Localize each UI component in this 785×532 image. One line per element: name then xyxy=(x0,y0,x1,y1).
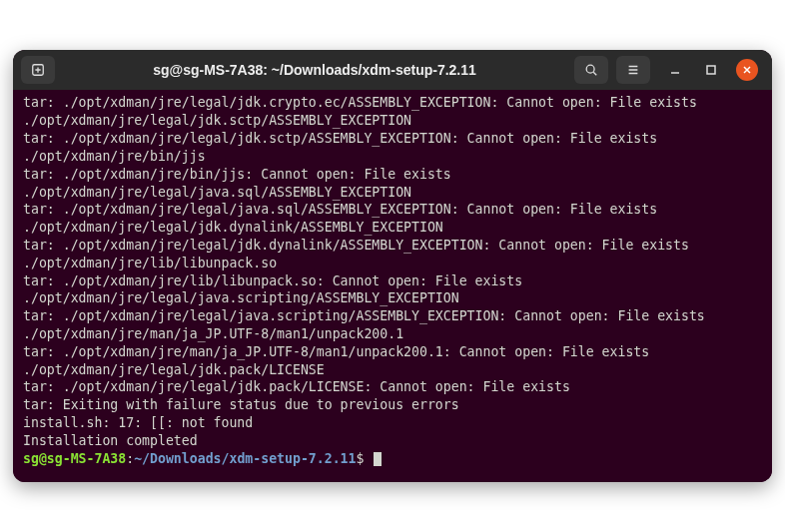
window-title: sg@sg-MS-7A38: ~/Downloads/xdm-setup-7.2… xyxy=(63,62,566,78)
terminal-body[interactable]: tar: ./opt/xdman/jre/legal/jdk.crypto.ec… xyxy=(13,90,772,481)
svg-point-3 xyxy=(586,66,594,74)
cursor xyxy=(374,452,382,466)
svg-line-4 xyxy=(593,73,596,76)
minimize-button[interactable] xyxy=(664,59,686,81)
svg-rect-9 xyxy=(707,66,715,74)
maximize-button[interactable] xyxy=(700,59,722,81)
window-controls xyxy=(658,59,764,81)
search-icon xyxy=(584,63,598,77)
prompt-dollar: $ xyxy=(356,451,364,466)
prompt: sg@sg-MS-7A38:~/Downloads/xdm-setup-7.2.… xyxy=(23,451,364,466)
prompt-colon: : xyxy=(126,451,134,466)
hamburger-menu-button[interactable] xyxy=(616,56,650,84)
close-icon xyxy=(741,64,753,76)
prompt-user: sg@sg-MS-7A38 xyxy=(23,451,126,466)
close-button[interactable] xyxy=(736,59,758,81)
titlebar: sg@sg-MS-7A38: ~/Downloads/xdm-setup-7.2… xyxy=(13,50,772,90)
terminal-output: tar: ./opt/xdman/jre/legal/jdk.crypto.ec… xyxy=(23,95,705,447)
prompt-path: ~/Downloads/xdm-setup-7.2.11 xyxy=(134,451,356,466)
search-button[interactable] xyxy=(574,56,608,84)
hamburger-icon xyxy=(626,63,640,77)
minimize-icon xyxy=(669,64,681,76)
new-tab-icon xyxy=(31,63,45,77)
new-tab-button[interactable] xyxy=(21,56,55,84)
terminal-window: sg@sg-MS-7A38: ~/Downloads/xdm-setup-7.2… xyxy=(13,50,772,481)
maximize-icon xyxy=(705,64,717,76)
